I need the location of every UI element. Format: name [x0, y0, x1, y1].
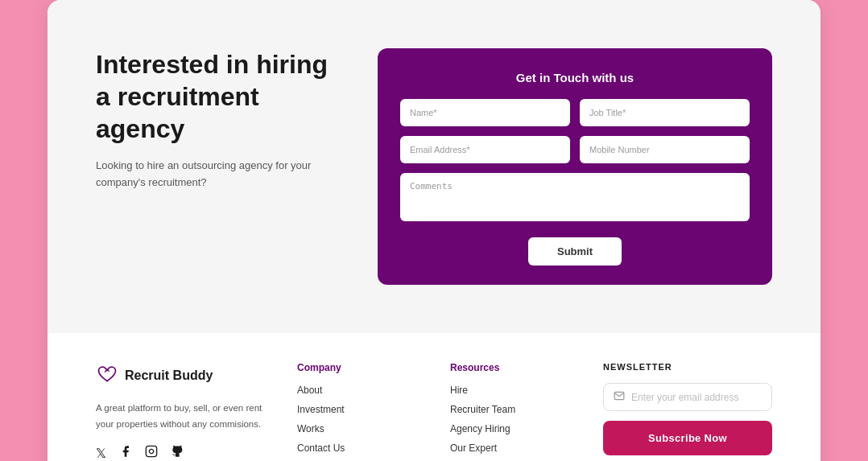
job-title-input[interactable]: [580, 99, 750, 126]
top-section: Interested in hiring a recruitment agenc…: [48, 0, 820, 333]
github-icon[interactable]: [171, 445, 184, 461]
comments-textarea[interactable]: [400, 173, 750, 221]
hero-subtitle: Looking to hire an outsourcing agency fo…: [96, 158, 345, 191]
main-card: Interested in hiring a recruitment agenc…: [48, 0, 820, 461]
resources-col-title: Resources: [450, 362, 571, 373]
contact-form-card: Get in Touch with us Submit: [378, 48, 772, 285]
resources-link-recruiter[interactable]: Recruiter Team: [450, 404, 571, 415]
company-link-investment[interactable]: Investment: [297, 404, 418, 415]
brand-logo: Recruit Buddy: [96, 362, 265, 389]
form-row-2: [400, 136, 750, 163]
twitter-icon[interactable]: 𝕏: [96, 446, 106, 461]
name-input[interactable]: [400, 99, 570, 126]
svg-rect-0: [146, 446, 156, 456]
hero-text: Interested in hiring a recruitment agenc…: [96, 48, 345, 191]
email-icon: [614, 390, 625, 404]
submit-button[interactable]: Submit: [528, 237, 622, 265]
facebook-icon[interactable]: [119, 445, 132, 461]
footer: Recruit Buddy A great platform to buy, s…: [48, 333, 820, 461]
company-link-about[interactable]: About: [297, 385, 418, 396]
hero-title: Interested in hiring a recruitment agenc…: [96, 48, 345, 145]
brand-description: A great platform to buy, sell, or even r…: [96, 401, 265, 432]
newsletter-column: NEWSLETTER Subscribe Now: [603, 362, 772, 455]
company-col-title: Company: [297, 362, 418, 373]
resources-link-expert[interactable]: Our Expert: [450, 442, 571, 454]
subscribe-button[interactable]: Subscribe Now: [603, 421, 772, 455]
newsletter-email-input[interactable]: [631, 392, 762, 403]
resources-link-agency[interactable]: Agency Hiring: [450, 423, 571, 434]
brand-icon: [96, 362, 118, 389]
brand-column: Recruit Buddy A great platform to buy, s…: [96, 362, 265, 461]
form-title: Get in Touch with us: [400, 71, 750, 84]
social-icons: 𝕏: [96, 445, 265, 461]
instagram-icon[interactable]: [145, 445, 158, 461]
form-row-1: [400, 99, 750, 126]
resources-column: Resources Hire Recruiter Team Agency Hir…: [450, 362, 571, 461]
company-column: Company About Investment Works Contact U…: [297, 362, 418, 461]
brand-name: Recruit Buddy: [125, 368, 213, 383]
newsletter-title: NEWSLETTER: [603, 362, 772, 372]
company-link-works[interactable]: Works: [297, 423, 418, 434]
resources-link-hire[interactable]: Hire: [450, 385, 571, 396]
mobile-input[interactable]: [580, 136, 750, 163]
email-input[interactable]: [400, 136, 570, 163]
company-link-contact[interactable]: Contact Us: [297, 442, 418, 454]
email-input-wrap: [603, 383, 772, 411]
